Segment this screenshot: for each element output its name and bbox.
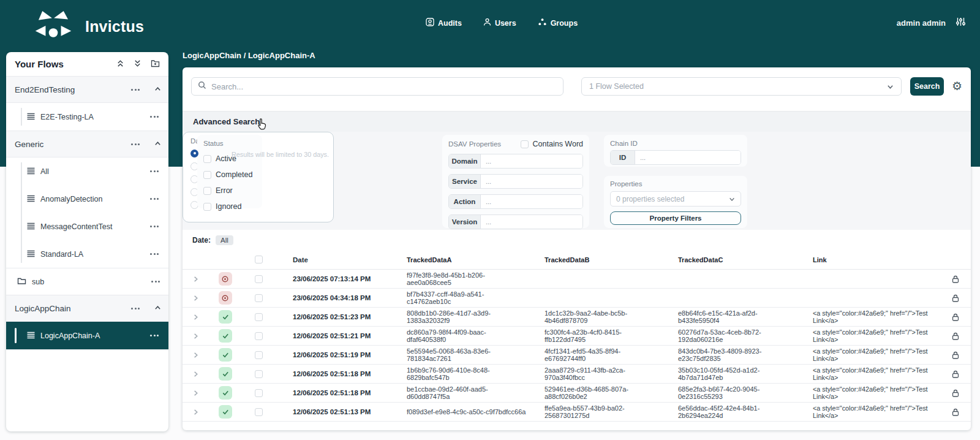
status-option-completed[interactable]: Completed bbox=[203, 170, 256, 179]
column-link: Link bbox=[810, 256, 940, 264]
tracked-data-b: 529461ee-d36b-4685-807a-a88cf026b0e2 bbox=[542, 385, 645, 401]
add-folder-icon[interactable] bbox=[151, 59, 160, 70]
collapse-all-icon[interactable] bbox=[116, 59, 124, 70]
status-option-error[interactable]: Error bbox=[203, 186, 256, 195]
more-icon[interactable] bbox=[149, 113, 160, 120]
more-icon[interactable] bbox=[149, 251, 160, 257]
expand-row-icon[interactable] bbox=[192, 371, 199, 377]
table-row[interactable]: 12/06/2025 02:51:23 PM 808db1b0-286e-41d… bbox=[183, 308, 971, 327]
table-row[interactable]: 12/06/2025 02:51:13 PM f089d3ef-e9e8-4c9… bbox=[183, 403, 971, 422]
expand-all-icon[interactable] bbox=[134, 59, 141, 70]
table-row[interactable]: 23/06/2025 07:13:14 PM f97fe3f8-9e8d-45b… bbox=[183, 270, 971, 289]
more-icon[interactable] bbox=[149, 223, 160, 230]
checkbox[interactable] bbox=[203, 171, 211, 179]
table-row[interactable]: 23/06/2025 04:34:18 PM bf7b4337-ccff-48a… bbox=[183, 289, 971, 308]
row-checkbox[interactable] bbox=[255, 408, 263, 416]
chain-id-input[interactable] bbox=[635, 151, 741, 164]
flow-group-end2endtesting[interactable]: End2EndTesting bbox=[6, 77, 168, 103]
more-icon[interactable] bbox=[149, 332, 160, 339]
column-trackeddatac: TrackedDataC bbox=[676, 256, 810, 264]
expand-row-icon[interactable] bbox=[192, 314, 199, 321]
service-input[interactable] bbox=[481, 175, 582, 188]
flow-group-logicappchain[interactable]: LogicAppChain bbox=[6, 295, 168, 322]
row-checkbox[interactable] bbox=[255, 389, 263, 397]
contains-word-option[interactable]: Contains Word bbox=[521, 140, 583, 148]
tracked-data-a: f089d3ef-e9e8-4c9c-a50c-c9f7bdfcc66a bbox=[404, 408, 542, 416]
tracked-data-b: 1dc1c32b-9aa2-4abe-bc5b-4b46df878709 bbox=[542, 309, 645, 325]
table-row[interactable]: 12/06/2025 02:51:19 PM 5e5594e5-0068-463… bbox=[183, 346, 971, 365]
more-icon[interactable] bbox=[149, 168, 160, 175]
action-input[interactable] bbox=[481, 195, 582, 208]
expand-row-icon[interactable] bbox=[192, 276, 199, 283]
flow-item-e2e-testing-la[interactable]: E2E-Testing-LA bbox=[6, 103, 168, 131]
flow-selector-dropdown[interactable]: 1 Flow Selected bbox=[581, 77, 902, 96]
more-icon[interactable] bbox=[149, 195, 160, 202]
expand-row-icon[interactable] bbox=[192, 409, 199, 415]
search-box bbox=[191, 77, 564, 96]
lock-icon bbox=[940, 408, 971, 416]
expand-row-icon[interactable] bbox=[192, 333, 199, 339]
row-checkbox[interactable] bbox=[255, 275, 263, 283]
status-success-icon bbox=[219, 310, 232, 324]
date-chip-value[interactable]: All bbox=[216, 235, 233, 245]
chevron-up-icon[interactable] bbox=[154, 138, 161, 150]
status-success-icon bbox=[219, 367, 232, 381]
checkbox[interactable] bbox=[521, 140, 529, 148]
table-row[interactable]: 12/06/2025 02:51:21 PM dc860a79-98f4-4f0… bbox=[183, 327, 971, 346]
tracked-data-b: 2aaa8729-c911-43fb-a2ca-970a3f40fbcc bbox=[542, 366, 645, 382]
nav-audits[interactable]: Audits bbox=[426, 18, 462, 28]
tracked-data-a: dc860a79-98f4-4f09-baac-dfaf640538f0 bbox=[404, 328, 507, 344]
table-row[interactable]: 12/06/2025 02:51:18 PM 1b6b9c76-90d6-410… bbox=[183, 365, 971, 384]
sliders-icon[interactable] bbox=[956, 17, 966, 29]
dsav-title: DSAV Properties bbox=[448, 140, 501, 148]
more-icon[interactable] bbox=[150, 278, 161, 285]
table-row[interactable]: 12/06/2025 02:51:18 PM be1ccbae-09d2-460… bbox=[183, 384, 971, 403]
row-date: 12/06/2025 02:51:19 PM bbox=[276, 351, 404, 358]
flow-item-logicappchain-a[interactable]: LogicAppChain-A bbox=[6, 322, 168, 349]
checkbox[interactable] bbox=[203, 155, 211, 163]
date-filter-note: Results will be limited to 30 days. bbox=[232, 151, 330, 158]
select-all-checkbox[interactable] bbox=[255, 256, 263, 264]
flow-group-generic[interactable]: Generic bbox=[6, 131, 168, 157]
property-filters-button[interactable]: Property Filters bbox=[610, 211, 741, 225]
checkbox[interactable] bbox=[203, 187, 211, 195]
flow-item-anomalydetection[interactable]: AnomalyDetection bbox=[6, 185, 168, 213]
expand-row-icon[interactable] bbox=[192, 295, 199, 302]
radio-selected[interactable] bbox=[190, 150, 198, 157]
row-date: 23/06/2025 04:34:18 PM bbox=[276, 294, 404, 302]
flow-item-all[interactable]: All bbox=[6, 157, 168, 185]
more-icon[interactable] bbox=[130, 141, 141, 148]
more-icon[interactable] bbox=[130, 86, 141, 93]
flow-item-standard-la[interactable]: Standard-LA bbox=[6, 240, 168, 268]
status-option-ignored[interactable]: Ignored bbox=[203, 202, 256, 211]
user-menu[interactable]: admin admin bbox=[897, 18, 946, 28]
row-checkbox[interactable] bbox=[255, 351, 263, 359]
row-checkbox[interactable] bbox=[255, 332, 263, 340]
more-icon[interactable] bbox=[130, 305, 141, 312]
advanced-search-toggle[interactable]: Advanced Search bbox=[183, 111, 971, 132]
version-field: Version bbox=[448, 214, 583, 229]
flows-sidebar: Your Flows End2EndTesting bbox=[6, 52, 168, 431]
gear-icon[interactable]: ⚙ bbox=[952, 77, 962, 96]
checkbox[interactable] bbox=[203, 203, 211, 211]
nav-groups[interactable]: Groups bbox=[538, 18, 578, 28]
domain-input[interactable] bbox=[481, 154, 582, 168]
chevron-up-icon[interactable] bbox=[154, 84, 161, 95]
folder-item-sub[interactable]: sub bbox=[6, 268, 168, 295]
nav-users[interactable]: Users bbox=[483, 18, 516, 28]
row-checkbox[interactable] bbox=[255, 370, 263, 378]
version-input[interactable] bbox=[481, 215, 582, 229]
tracked-data-b: fc300fc4-a23b-4cf0-8415-ffb122dd7495 bbox=[542, 328, 645, 344]
search-button[interactable]: Search bbox=[910, 77, 944, 96]
properties-dropdown[interactable]: 0 properties selected bbox=[610, 191, 741, 207]
chevron-up-icon[interactable] bbox=[154, 303, 161, 314]
flow-item-messagecontenttest[interactable]: MessageContentTest bbox=[6, 213, 168, 240]
row-checkbox[interactable] bbox=[255, 313, 263, 321]
expand-row-icon[interactable] bbox=[192, 352, 199, 358]
properties-box: Properties 0 properties selected Propert… bbox=[604, 176, 747, 228]
chevron-down-icon bbox=[729, 196, 735, 202]
flow-icon bbox=[27, 166, 35, 177]
search-input[interactable] bbox=[211, 82, 557, 91]
expand-row-icon[interactable] bbox=[192, 390, 199, 396]
row-checkbox[interactable] bbox=[255, 294, 263, 302]
